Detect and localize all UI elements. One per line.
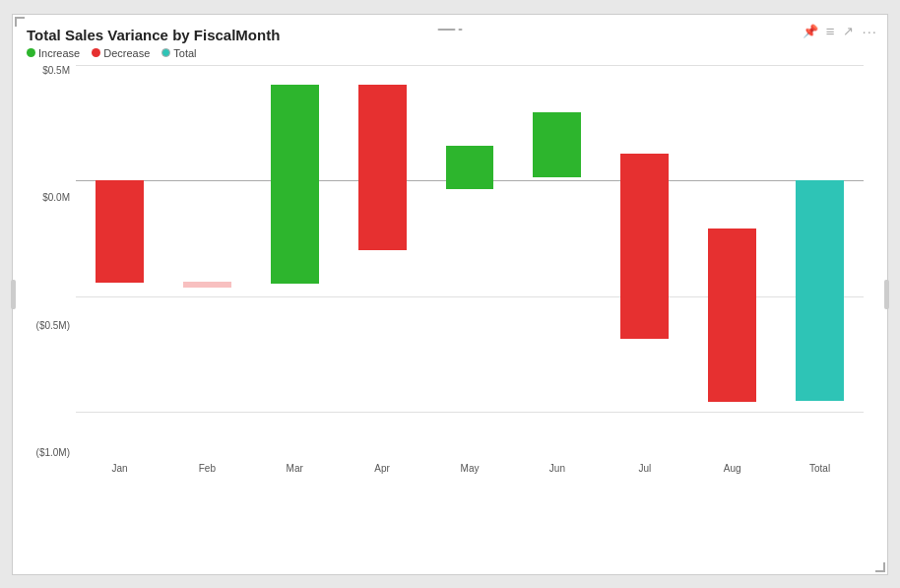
y-label-3: ($1.0M) xyxy=(36,447,70,458)
bar-jul xyxy=(620,154,669,339)
chart-legend: Increase Decrease Total xyxy=(27,47,873,59)
bar-apr xyxy=(358,85,407,250)
x-label-jun: Jun xyxy=(513,463,601,474)
legend-dot-decrease xyxy=(92,48,100,57)
bar-group-mar xyxy=(251,65,339,459)
bar-jan xyxy=(96,180,144,283)
x-label-feb: Feb xyxy=(163,463,251,474)
drag-indicator xyxy=(438,29,463,31)
drag-handle-right[interactable] xyxy=(884,280,889,309)
y-label-1: $0.0M xyxy=(42,192,70,203)
filter-icon[interactable]: ≡ xyxy=(826,23,836,39)
x-label-jan: Jan xyxy=(76,463,163,474)
y-axis: $0.5M $0.0M ($0.5M) ($1.0M) xyxy=(27,65,76,459)
y-label-0: $0.5M xyxy=(42,65,70,76)
y-label-2: ($0.5M) xyxy=(36,320,70,331)
bar-group-apr xyxy=(339,65,426,459)
bar-group-may xyxy=(426,65,514,459)
bar-group-jun xyxy=(513,65,601,459)
drag-handle-left[interactable] xyxy=(11,280,16,309)
bar-feb xyxy=(183,282,231,288)
card-toolbar: 📌 ≡ ↗ ··· xyxy=(803,23,877,39)
bars-container xyxy=(76,65,864,459)
chart-area: $0.5M $0.0M ($0.5M) ($1.0M) xyxy=(27,65,873,489)
legend-label-decrease: Decrease xyxy=(103,47,150,59)
x-label-jul: Jul xyxy=(601,463,688,474)
legend-label-total: Total xyxy=(173,47,196,59)
legend-dot-increase xyxy=(27,48,35,57)
x-label-may: May xyxy=(426,463,514,474)
x-axis: Jan Feb Mar Apr May Jun Jul Aug Total xyxy=(76,459,864,489)
bar-may xyxy=(446,146,494,189)
resize-corner-br[interactable] xyxy=(875,562,885,572)
bar-group-feb xyxy=(163,65,251,459)
bar-group-jan xyxy=(76,65,163,459)
legend-dot-total xyxy=(161,48,170,57)
legend-decrease: Decrease xyxy=(92,47,150,59)
pin-icon[interactable]: 📌 xyxy=(803,24,818,38)
expand-icon[interactable]: ↗ xyxy=(843,24,854,38)
bar-group-aug xyxy=(688,65,776,459)
bar-group-total xyxy=(776,65,864,459)
legend-total: Total xyxy=(161,47,196,59)
legend-label-increase: Increase xyxy=(38,47,80,59)
bar-jun xyxy=(533,112,581,177)
bar-group-jul xyxy=(601,65,688,459)
chart-card: 📌 ≡ ↗ ··· Total Sales Variance by Fiscal… xyxy=(12,14,888,575)
bar-mar xyxy=(271,85,319,284)
x-label-total: Total xyxy=(776,463,864,474)
bar-aug xyxy=(708,229,756,402)
x-label-apr: Apr xyxy=(339,463,426,474)
legend-increase: Increase xyxy=(27,47,80,59)
bar-total xyxy=(796,180,844,401)
more-icon[interactable]: ··· xyxy=(862,23,877,39)
x-label-mar: Mar xyxy=(251,463,339,474)
x-label-aug: Aug xyxy=(688,463,776,474)
resize-corner-tl[interactable] xyxy=(15,17,25,27)
